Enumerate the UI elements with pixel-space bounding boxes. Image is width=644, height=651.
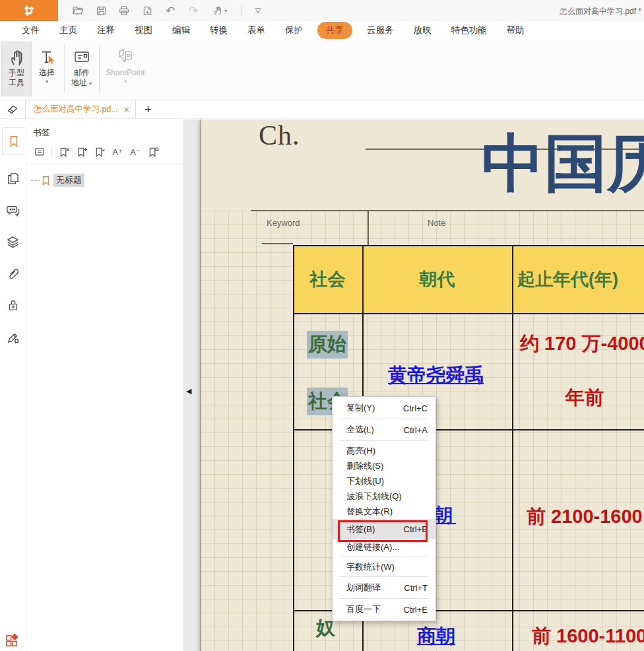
menu-tab-convert[interactable]: 转换 xyxy=(200,22,238,39)
ribbon-separator xyxy=(99,45,100,93)
table-header-society: 社会 xyxy=(293,267,362,291)
menu-item-label: 字数统计(W) xyxy=(346,561,395,573)
hand-tool-label-line1: 手型 xyxy=(9,68,24,78)
bookmark-options-button[interactable] xyxy=(94,146,106,158)
undo-icon: ↶ xyxy=(166,5,175,17)
sidebar-attachments-button[interactable] xyxy=(5,265,22,282)
table-border xyxy=(293,313,644,314)
add-bookmark-button[interactable] xyxy=(76,146,88,158)
app-logo[interactable] xyxy=(0,0,58,21)
collapse-panel-button[interactable]: ◀ xyxy=(186,387,191,395)
menu-item-squiggly-underline[interactable]: 波浪下划线(Q) xyxy=(333,489,435,504)
menu-bar: 文件 主页 注释 视图 编辑 转换 表单 保护 共享 云服务 放映 特色功能 帮… xyxy=(0,21,644,40)
menu-item-label: 替换文本(R) xyxy=(346,506,393,518)
menu-tab-help[interactable]: 帮助 xyxy=(497,22,534,39)
menu-item-label: 划词翻译 xyxy=(346,582,381,594)
hand-mode-button[interactable]: ▼ xyxy=(210,4,231,17)
open-file-button[interactable] xyxy=(71,4,84,17)
hand-tool-button[interactable]: 手型 工具 xyxy=(1,42,32,96)
redo-icon: ↷ xyxy=(189,5,198,17)
mail-to-label-line1: 邮件 xyxy=(74,68,90,78)
panel-menu-button[interactable] xyxy=(34,146,46,158)
sidebar-bookmarks-button[interactable] xyxy=(2,127,26,155)
add-bookmark-icon xyxy=(77,147,88,158)
page-title: 中国历史 xyxy=(482,131,644,197)
select-tool-button[interactable]: 选择 ▼ xyxy=(32,42,62,96)
menu-item-label: 百度一下 xyxy=(346,603,381,615)
locate-bookmark-icon xyxy=(148,147,159,158)
menu-separator xyxy=(339,557,429,557)
menu-tab-edit[interactable]: 编辑 xyxy=(162,22,200,39)
keyword-note-rule xyxy=(251,210,644,211)
dynasty-link-huangdi[interactable]: 黄帝尧舜禹 xyxy=(388,362,484,389)
menu-tab-present[interactable]: 放映 xyxy=(404,22,441,39)
menu-tab-comment[interactable]: 注释 xyxy=(87,22,125,39)
menu-item-underline[interactable]: 下划线(U) xyxy=(333,473,435,489)
menu-item-label: 高亮(H) xyxy=(346,445,375,457)
foxit-logo-icon xyxy=(20,2,38,19)
sidebar-pages-button[interactable] xyxy=(5,170,22,187)
sidebar-security-button[interactable] xyxy=(5,296,22,314)
menu-item-shortcut: Ctrl+A xyxy=(404,425,428,435)
collapse-all-button[interactable]: A⁻ xyxy=(129,146,141,158)
toolbar-separator xyxy=(241,5,242,16)
menu-item-highlight[interactable]: 高亮(H) xyxy=(333,443,435,458)
save-button[interactable] xyxy=(94,4,108,17)
widgets-button[interactable] xyxy=(5,632,20,647)
sidebar-layers-button[interactable] xyxy=(5,233,22,250)
tab-close-button[interactable]: × xyxy=(124,105,129,114)
main-area: 书签 xyxy=(0,120,644,651)
bookmark-tree-item[interactable]: 无标题 xyxy=(31,174,183,187)
hand-icon xyxy=(212,5,223,16)
sharepoint-button[interactable]: SharePoint ▼ xyxy=(102,42,149,96)
dynasty-link-shang[interactable]: 商朝 xyxy=(417,623,455,650)
table-border xyxy=(293,245,294,651)
undo-button[interactable]: ↶ xyxy=(164,4,177,17)
menu-item-translate[interactable]: 划词翻译 Ctrl+T xyxy=(333,579,435,596)
eraser-tool-button[interactable] xyxy=(0,103,25,116)
menu-separator xyxy=(339,598,429,599)
customize-toolbar-button[interactable] xyxy=(251,4,265,17)
sidebar-comments-button[interactable] xyxy=(5,201,22,219)
tree-connector xyxy=(31,180,40,181)
widgets-icon xyxy=(5,632,20,647)
menu-item-select-all[interactable]: 全选(L) Ctrl+A xyxy=(333,421,435,438)
print-button[interactable] xyxy=(117,4,131,17)
signature-icon xyxy=(6,330,20,344)
keyword-note-divider xyxy=(368,210,369,245)
sidebar-signature-button[interactable] xyxy=(5,328,22,345)
bookmark-item-label[interactable]: 无标题 xyxy=(53,174,84,187)
menu-item-copy[interactable]: 复制(Y) Ctrl+C xyxy=(333,399,435,417)
menu-tab-cloud-service[interactable]: 云服务 xyxy=(357,22,404,39)
pages-icon xyxy=(6,172,20,186)
lock-icon xyxy=(7,298,20,312)
menu-tab-view[interactable]: 视图 xyxy=(125,22,162,39)
note-label: Note xyxy=(428,218,445,228)
attachment-icon xyxy=(6,267,20,281)
collapse-all-icon: A⁻ xyxy=(130,147,141,157)
document-tab[interactable]: 怎么面对高中学习.pd... × xyxy=(25,100,136,119)
mail-address-icon xyxy=(73,48,91,66)
menu-tab-home[interactable]: 主页 xyxy=(49,22,87,39)
menu-item-baidu-search[interactable]: 百度一下 Ctrl+E xyxy=(333,601,435,618)
delete-bookmark-button[interactable] xyxy=(58,146,70,158)
menu-tab-protect[interactable]: 保护 xyxy=(275,22,313,39)
menu-item-shortcut: Ctrl+C xyxy=(403,403,428,413)
redo-button[interactable]: ↷ xyxy=(187,4,200,17)
menu-tab-file[interactable]: 文件 xyxy=(12,22,49,39)
locate-bookmark-button[interactable] xyxy=(147,146,159,158)
period-row2: 前 2100-1600 xyxy=(527,504,643,530)
new-page-button[interactable] xyxy=(141,4,154,17)
menu-item-replace-text[interactable]: 替换文本(R) xyxy=(333,504,435,519)
select-tool-label: 选择 xyxy=(39,68,55,78)
menu-tab-share[interactable]: 共享 xyxy=(317,22,352,39)
mail-to-button[interactable]: 邮件 地址 ▼ xyxy=(67,42,97,96)
menu-item-strikethrough[interactable]: 删除线(S) xyxy=(333,458,435,473)
menu-item-label: 创建链接(A)... xyxy=(346,541,399,553)
new-tab-button[interactable]: + xyxy=(145,103,152,116)
menu-tab-special-features[interactable]: 特色功能 xyxy=(441,22,497,39)
mail-to-caret-icon: ▼ xyxy=(88,81,93,86)
menu-item-word-count[interactable]: 字数统计(W) xyxy=(333,559,435,574)
menu-tab-form[interactable]: 表单 xyxy=(238,22,275,39)
expand-all-button[interactable]: A⁺ xyxy=(112,146,123,158)
